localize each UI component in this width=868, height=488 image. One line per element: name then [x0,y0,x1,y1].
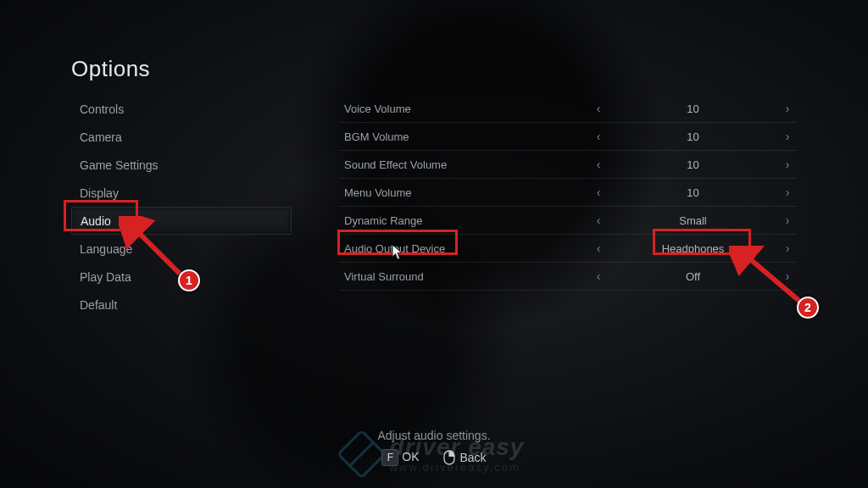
sidebar-item-display[interactable]: Display [71,179,292,207]
setting-row-bgm-volume[interactable]: BGM Volume ‹ 10 › [339,123,797,151]
setting-label: Virtual Surround [339,270,589,283]
setting-row-virtual-surround[interactable]: Virtual Surround ‹ Off › [339,263,797,291]
page-title: Options [71,56,150,82]
key-f-icon: F [381,449,398,466]
setting-row-voice-volume[interactable]: Voice Volume ‹ 10 › [339,95,797,123]
chevron-left-icon[interactable]: ‹ [589,241,608,255]
setting-row-audio-output-device[interactable]: Audio Output Device ‹ Headphones › [339,235,797,263]
sidebar-item-label: Display [80,186,119,200]
sidebar-item-label: Controls [80,103,124,116]
sidebar-item-camera[interactable]: Camera [71,123,292,151]
setting-row-sfx-volume[interactable]: Sound Effect Volume ‹ 10 › [339,151,797,179]
setting-label: Audio Output Device [339,242,589,255]
chevron-left-icon[interactable]: ‹ [589,214,608,227]
chevron-left-icon[interactable]: ‹ [589,269,608,283]
setting-label: Dynamic Range [339,214,589,227]
setting-label: BGM Volume [339,130,589,143]
chevron-left-icon[interactable]: ‹ [589,158,608,171]
chevron-right-icon[interactable]: › [778,130,797,143]
sidebar-item-label: Camera [80,130,122,144]
chevron-right-icon[interactable]: › [778,241,797,255]
footer: Adjust audio settings. F OK Back [0,429,868,466]
setting-label: Menu Volume [339,186,589,199]
footer-controls: F OK Back [381,449,486,466]
settings-panel: Voice Volume ‹ 10 › BGM Volume ‹ 10 › So… [339,95,797,291]
ok-hint: F OK [381,449,419,466]
sidebar-item-default[interactable]: Default [71,291,292,319]
chevron-right-icon[interactable]: › [778,186,797,199]
back-hint: Back [442,450,487,465]
sidebar: Controls Camera Game Settings Display Au… [71,95,292,319]
sidebar-item-controls[interactable]: Controls [71,95,292,123]
sidebar-item-language[interactable]: Language [71,235,292,263]
setting-label: Voice Volume [339,103,589,115]
chevron-right-icon[interactable]: › [778,269,797,283]
footer-hint: Adjust audio settings. [377,429,490,442]
sidebar-item-label: Game Settings [80,158,159,172]
annotation-callout-2: 2 [797,297,819,319]
setting-row-dynamic-range[interactable]: Dynamic Range ‹ Small › [339,207,797,235]
chevron-left-icon[interactable]: ‹ [589,186,608,199]
chevron-left-icon[interactable]: ‹ [589,130,608,143]
setting-value: Off [608,270,778,283]
sidebar-item-label: Language [80,242,132,256]
sidebar-item-audio[interactable]: Audio [71,207,292,235]
sidebar-item-label: Default [80,298,117,312]
setting-label: Sound Effect Volume [339,158,589,171]
setting-row-menu-volume[interactable]: Menu Volume ‹ 10 › [339,179,797,207]
sidebar-item-game-settings[interactable]: Game Settings [71,151,292,179]
setting-value: 10 [608,130,778,143]
sidebar-item-play-data[interactable]: Play Data [71,263,292,291]
chevron-right-icon[interactable]: › [778,102,797,115]
setting-value: Small [608,214,778,227]
chevron-right-icon[interactable]: › [778,214,797,227]
ok-label: OK [402,450,419,463]
back-label: Back [459,451,486,464]
chevron-right-icon[interactable]: › [778,158,797,171]
mouse-right-icon [442,450,457,465]
setting-value: 10 [608,158,778,171]
setting-value: 10 [608,103,778,115]
sidebar-item-label: Audio [81,214,111,228]
setting-value: 10 [608,186,778,199]
sidebar-item-label: Play Data [80,270,131,284]
chevron-left-icon[interactable]: ‹ [589,102,608,115]
setting-value: Headphones [608,242,778,255]
